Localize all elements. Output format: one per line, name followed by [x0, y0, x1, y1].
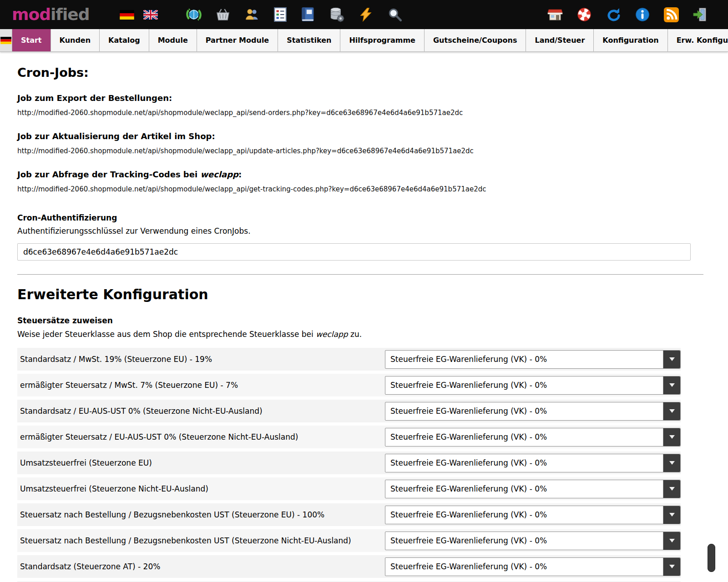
rss-icon[interactable]	[664, 7, 679, 22]
tax-mapping-select[interactable]: Steuerfreie EG-Warenlieferung (VK) - 0%	[385, 350, 681, 369]
shop-frontend-icon[interactable]	[186, 7, 202, 22]
tab-land-steuer[interactable]: Land/Steuer	[526, 29, 594, 51]
dropdown-button[interactable]	[663, 402, 680, 420]
tax-class-label: Steuersatz nach Bestellung / Bezugsneben…	[20, 536, 385, 545]
logo-suffix: ified	[51, 5, 90, 24]
dropdown-button[interactable]	[663, 506, 680, 524]
tax-mapping-select[interactable]: Steuerfreie EG-Warenlieferung (VK) - 0%	[385, 454, 681, 472]
tax-class-label: Steuersatz nach Bestellung / Bezugsneben…	[20, 510, 385, 519]
refresh-icon[interactable]	[606, 7, 621, 22]
chevron-down-icon	[669, 565, 675, 568]
info-icon[interactable]	[635, 7, 650, 22]
warning-icon[interactable]	[358, 7, 374, 22]
table-row: ermäßigter Steuersatz / EU-AUS-UST 0% (S…	[17, 426, 681, 448]
language-switcher	[120, 10, 158, 20]
chevron-down-icon	[669, 383, 675, 387]
dropdown-button[interactable]	[663, 558, 680, 576]
table-row: Standardsatz (Steuerzone AT) - 20% Steue…	[17, 555, 681, 578]
table-row: Standardsatz / EU-AUS-UST 0% (Steuerzone…	[17, 400, 681, 422]
tab-konfiguration[interactable]: Konfiguration	[594, 29, 667, 51]
tax-mapping-select[interactable]: Steuerfreie EG-Warenlieferung (VK) - 0%	[385, 402, 681, 421]
tax-class-label: Standardsatz / EU-AUS-UST 0% (Steuerzone…	[20, 406, 385, 416]
table-row: Umsatzsteuerfrei (Steuerzone EU) Steuerf…	[17, 452, 681, 474]
job-label: Job zur Abfrage der Tracking-Codes bei w…	[17, 170, 728, 179]
tab-kunden[interactable]: Kunden	[51, 29, 100, 51]
scrollbar-thumb[interactable]	[708, 544, 715, 572]
table-row: ermäßigter Steuersatz / MwSt. 7% (Steuer…	[17, 374, 681, 396]
select-value: Steuerfreie EG-Warenlieferung (VK) - 0%	[385, 510, 663, 519]
job-label: Job zur Aktualisierung der Artikel im Sh…	[17, 131, 728, 141]
table-row: Standardsatz / MwSt. 19% (Steuerzone EU)…	[17, 348, 681, 371]
page-title: Cron-Jobs:	[17, 65, 728, 80]
catalog-book-icon[interactable]	[301, 7, 315, 22]
select-value: Steuerfreie EG-Warenlieferung (VK) - 0%	[385, 536, 663, 545]
orders-icon[interactable]	[273, 7, 287, 22]
tax-mapping-select[interactable]: Steuerfreie EG-Warenlieferung (VK) - 0%	[385, 557, 681, 576]
job-label: Job zum Export der Bestellungen:	[17, 93, 728, 103]
tab-gutscheine-coupons[interactable]: Gutscheine/Coupons	[425, 29, 526, 51]
logout-icon[interactable]	[693, 7, 708, 22]
chevron-down-icon	[669, 357, 675, 361]
tab-start[interactable]: Start	[12, 29, 51, 51]
tax-assign-subtitle: Steuersätze zuweisen	[17, 316, 728, 325]
main-content: Cron-Jobs: Job zum Export der Bestellung…	[0, 52, 728, 582]
main-nav: Start Kunden Katalog Module Partner Modu…	[0, 29, 728, 52]
tab-module[interactable]: Module	[149, 29, 197, 51]
cron-auth-key-input[interactable]	[17, 243, 691, 261]
tab-partner-module[interactable]: Partner Module	[197, 29, 278, 51]
tax-class-label: Umsatzsteuerfrei (Steuerzone EU)	[20, 458, 385, 467]
section-divider	[17, 274, 703, 275]
chevron-down-icon	[669, 435, 675, 439]
select-value: Steuerfreie EG-Warenlieferung (VK) - 0%	[385, 406, 663, 416]
dropdown-button[interactable]	[663, 480, 680, 498]
tax-mapping-table: Standardsatz / MwSt. 19% (Steuerzone EU)…	[17, 348, 681, 582]
tax-class-label: Standardsatz / MwSt. 19% (Steuerzone EU)…	[20, 355, 385, 364]
database-icon[interactable]	[329, 7, 344, 22]
tab-statistiken[interactable]: Statistiken	[278, 29, 340, 51]
tab-katalog[interactable]: Katalog	[100, 29, 149, 51]
customers-icon[interactable]	[244, 7, 260, 22]
select-value: Steuerfreie EG-Warenlieferung (VK) - 0%	[385, 458, 663, 467]
tab-hilfsprogramme[interactable]: Hilfsprogramme	[340, 29, 425, 51]
tax-mapping-select[interactable]: Steuerfreie EG-Warenlieferung (VK) - 0%	[385, 376, 681, 395]
select-value: Steuerfreie EG-Warenlieferung (VK) - 0%	[385, 562, 663, 571]
german-flag-icon[interactable]	[120, 10, 134, 20]
support-icon[interactable]	[576, 7, 592, 22]
tax-class-label: ermäßigter Steuersatz / MwSt. 7% (Steuer…	[20, 381, 385, 390]
job-url: http://modified-2060.shopmodule.net/api/…	[17, 147, 728, 155]
app-logo[interactable]: modified	[12, 6, 90, 23]
cron-job-update-articles: Job zur Aktualisierung der Artikel im Sh…	[17, 131, 728, 155]
job-url: http://modified-2060.shopmodule.net/api/…	[17, 109, 728, 117]
advanced-config-title: Erweiterte Konfiguration	[17, 286, 728, 302]
shop-icon[interactable]	[547, 7, 563, 22]
select-value: Steuerfreie EG-Warenlieferung (VK) - 0%	[385, 432, 663, 442]
topbar-tools	[186, 7, 403, 22]
dropdown-button[interactable]	[663, 351, 680, 368]
tax-mapping-select[interactable]: Steuerfreie EG-Warenlieferung (VK) - 0%	[385, 480, 681, 498]
cron-auth-section: Cron-Authentifizierung Authentifizierung…	[17, 213, 728, 261]
logo-prefix: mod	[12, 5, 51, 24]
topbar-right-tools	[547, 7, 716, 22]
basket-icon[interactable]	[215, 7, 231, 22]
tax-mapping-select[interactable]: Steuerfreie EG-Warenlieferung (VK) - 0%	[385, 532, 681, 550]
tax-mapping-select[interactable]: Steuerfreie EG-Warenlieferung (VK) - 0%	[385, 506, 681, 524]
dropdown-button[interactable]	[663, 454, 680, 472]
chevron-down-icon	[669, 409, 675, 413]
topbar: modified	[0, 0, 728, 29]
cron-job-export-orders: Job zum Export der Bestellungen: http://…	[17, 93, 728, 117]
tax-mapping-select[interactable]: Steuerfreie EG-Warenlieferung (VK) - 0%	[385, 428, 681, 447]
select-value: Steuerfreie EG-Warenlieferung (VK) - 0%	[385, 484, 663, 493]
table-row: Umsatzsteuerfrei (Steuerzone Nicht-EU-Au…	[17, 477, 681, 500]
chevron-down-icon	[669, 513, 675, 517]
uk-flag-icon[interactable]	[143, 10, 158, 20]
nav-language-flag[interactable]	[0, 29, 12, 51]
dropdown-button[interactable]	[663, 376, 680, 394]
dropdown-button[interactable]	[663, 428, 680, 446]
select-value: Steuerfreie EG-Warenlieferung (VK) - 0%	[385, 381, 663, 390]
search-icon[interactable]	[387, 7, 403, 22]
dropdown-button[interactable]	[663, 532, 680, 550]
select-value: Steuerfreie EG-Warenlieferung (VK) - 0%	[385, 355, 663, 364]
cron-auth-title: Cron-Authentifizierung	[17, 213, 728, 222]
tax-assign-description: Weise jeder Steuerklasse aus dem Shop di…	[17, 330, 728, 339]
tab-erw-konfiguration[interactable]: Erw. Konfiguration	[668, 29, 728, 51]
